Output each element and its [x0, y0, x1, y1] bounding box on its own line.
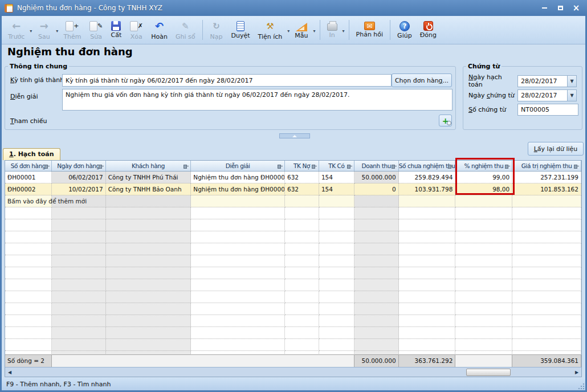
cell[interactable]	[191, 351, 285, 354]
cell[interactable]	[5, 207, 52, 219]
cell[interactable]	[52, 327, 106, 339]
column-header-3[interactable]: Khách hàng	[106, 161, 191, 172]
toolbar-duyet-button[interactable]: Duyệt	[227, 17, 254, 43]
table-row[interactable]	[5, 255, 581, 267]
cell[interactable]	[399, 327, 456, 339]
cell[interactable]	[285, 339, 319, 351]
cell[interactable]	[354, 291, 399, 303]
cell[interactable]	[399, 351, 456, 354]
cell[interactable]	[455, 195, 512, 207]
cell[interactable]: 154	[319, 172, 354, 183]
cell[interactable]	[106, 279, 191, 291]
cell[interactable]	[399, 243, 456, 255]
cell[interactable]	[455, 219, 512, 231]
cell[interactable]: 154	[319, 183, 354, 195]
cell[interactable]	[5, 303, 52, 315]
reload-data-button[interactable]: Lấy lại dữ liệu	[528, 142, 584, 156]
cell[interactable]	[354, 207, 399, 219]
toolbar-dong-button[interactable]: Đóng	[416, 17, 441, 43]
cell[interactable]	[512, 339, 581, 351]
horizontal-scrollbar[interactable]: ◀ ▶	[5, 367, 581, 377]
cell[interactable]	[354, 351, 399, 354]
cell[interactable]	[106, 339, 191, 351]
cell[interactable]	[106, 219, 191, 231]
cell[interactable]	[285, 291, 319, 303]
cell[interactable]	[512, 255, 581, 267]
cell[interactable]	[354, 315, 399, 327]
pin-icon[interactable]	[278, 164, 283, 169]
cell[interactable]	[106, 291, 191, 303]
add-new-row-label[interactable]: Bấm vào đây để thêm mới	[7, 195, 87, 207]
cell[interactable]	[191, 207, 285, 219]
cell[interactable]	[5, 339, 52, 351]
cell[interactable]: Nghiệm thu đơn hàng ĐH00001	[191, 172, 285, 183]
cell[interactable]	[106, 243, 191, 255]
cell[interactable]	[52, 231, 106, 243]
cell[interactable]	[319, 207, 354, 219]
cell[interactable]	[52, 291, 106, 303]
cell[interactable]	[319, 303, 354, 315]
minimize-button[interactable]	[540, 4, 548, 12]
cell[interactable]	[191, 339, 285, 351]
cell[interactable]	[399, 339, 456, 351]
cell[interactable]	[455, 231, 512, 243]
cell[interactable]: 103.931.798	[399, 183, 456, 195]
cell[interactable]: 632	[285, 183, 319, 195]
cell[interactable]	[354, 243, 399, 255]
cell[interactable]	[285, 267, 319, 279]
table-row[interactable]	[5, 339, 581, 351]
cell[interactable]: 632	[285, 172, 319, 183]
column-header-7[interactable]: Doanh thu	[354, 161, 399, 172]
cell[interactable]: 50.000.000	[354, 172, 399, 183]
cell[interactable]	[285, 219, 319, 231]
cell[interactable]	[319, 243, 354, 255]
chevron-down-icon[interactable]: ▼	[567, 89, 577, 101]
period-input[interactable]	[62, 74, 392, 87]
cell[interactable]: 10/02/2017	[52, 183, 106, 195]
cell[interactable]	[354, 267, 399, 279]
cell[interactable]: ĐH00002	[5, 183, 52, 195]
pin-icon[interactable]	[448, 164, 454, 169]
toolbar-cat-button[interactable]: Cất	[107, 17, 126, 43]
cell[interactable]	[191, 279, 285, 291]
table-row[interactable]	[5, 231, 581, 243]
cell[interactable]	[399, 291, 456, 303]
cell[interactable]	[399, 279, 456, 291]
cell[interactable]: ĐH00001	[5, 172, 52, 183]
table-row[interactable]	[5, 243, 581, 255]
pin-icon[interactable]	[574, 164, 580, 169]
cell[interactable]: 98,00	[455, 183, 512, 195]
table-row[interactable]	[5, 291, 581, 303]
cell[interactable]	[512, 231, 581, 243]
scroll-right-icon[interactable]: ▶	[572, 368, 581, 377]
cell[interactable]	[285, 279, 319, 291]
cell[interactable]	[285, 351, 319, 354]
cell[interactable]	[191, 195, 285, 207]
column-header-9[interactable]: % nghiệm thu	[455, 161, 512, 172]
cell[interactable]: 257.231.199	[512, 172, 581, 183]
cell[interactable]	[354, 303, 399, 315]
cell[interactable]	[319, 255, 354, 267]
cell[interactable]	[512, 267, 581, 279]
table-row[interactable]	[5, 327, 581, 339]
cell[interactable]	[455, 303, 512, 315]
cell[interactable]	[52, 219, 106, 231]
cell[interactable]: 06/02/2017	[52, 172, 106, 183]
cell[interactable]	[399, 255, 456, 267]
toolbar-mau-button[interactable]: Mẫu▾	[291, 17, 316, 43]
column-header-5[interactable]: TK Nợ	[285, 161, 319, 172]
column-header-10[interactable]: Giá trị nghiệm thu	[512, 161, 581, 172]
cell[interactable]	[5, 279, 52, 291]
cell[interactable]: 259.829.494	[399, 172, 456, 183]
cell[interactable]	[512, 207, 581, 219]
cell[interactable]: 0	[354, 183, 399, 195]
cell[interactable]	[5, 243, 52, 255]
splitter-collapse-button[interactable]	[279, 133, 310, 138]
cell[interactable]: 101.853.162	[512, 183, 581, 195]
toolbar-giup-button[interactable]: ?Giúp	[393, 17, 416, 43]
cell[interactable]	[106, 315, 191, 327]
cell[interactable]	[319, 291, 354, 303]
cell[interactable]	[319, 195, 354, 207]
pin-icon[interactable]	[184, 164, 189, 169]
cell[interactable]	[354, 327, 399, 339]
